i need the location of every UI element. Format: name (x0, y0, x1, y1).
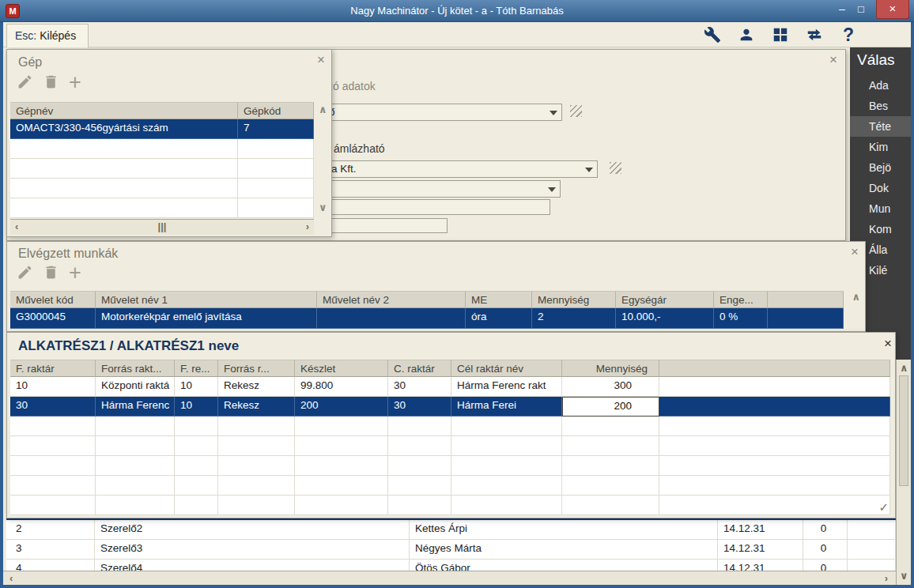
empty-row[interactable] (10, 416, 890, 436)
column-header[interactable]: Mennyiség (532, 291, 616, 308)
empty-cell[interactable] (659, 416, 890, 436)
user-icon[interactable] (736, 24, 757, 45)
gepnev-cell[interactable]: OMACT3/330-456gyártási szám (10, 119, 238, 139)
empty-row[interactable] (10, 456, 890, 476)
close-icon[interactable]: × (851, 245, 859, 258)
transfer-arrows-icon[interactable] (804, 24, 825, 45)
empty-cell[interactable] (388, 436, 451, 456)
f-rekesz-cell[interactable]: 10 (175, 397, 218, 416)
resize-grip-icon[interactable] (570, 105, 582, 117)
f-raktar-cell[interactable]: 10 (10, 377, 96, 397)
muvelet-nev1-cell[interactable]: Motorkerékpár emelő javítása (96, 308, 317, 329)
mennyiseg-cell[interactable]: 300 (562, 377, 659, 397)
alkatresz-row[interactable]: 10 Központi raktá 10 Rekesz 99.800 30 Há… (10, 377, 890, 397)
empty-cell[interactable] (295, 496, 388, 515)
empty-row[interactable] (10, 436, 890, 456)
filler-cell[interactable] (848, 560, 896, 571)
sidebar-item-ada[interactable]: Ada (850, 75, 911, 96)
column-header[interactable]: Művelet név 1 (96, 291, 317, 308)
scroll-up-icon[interactable]: ∧ (319, 104, 327, 115)
muvelet-nev2-cell[interactable] (317, 308, 466, 329)
filler-cell[interactable] (659, 397, 890, 416)
empty-cell[interactable] (96, 416, 175, 436)
horizontal-scrollbar[interactable]: ‹ ||| › (10, 219, 314, 235)
empty-row[interactable] (10, 198, 314, 218)
scroll-down-icon[interactable]: ∨ (319, 202, 327, 213)
empty-row[interactable] (10, 496, 890, 515)
empty-cell[interactable] (10, 159, 238, 179)
egysegar-cell[interactable]: 10.000,- (616, 308, 714, 329)
empty-cell[interactable] (218, 416, 295, 436)
cel-raktar-nev-cell[interactable]: Hárma Ferenc rakt (451, 377, 562, 397)
muvelet-kod-cell[interactable]: G3000045 (10, 308, 96, 329)
datum-cell[interactable]: 14.12.31 (718, 520, 803, 540)
sidebar-item-tete[interactable]: Téte (850, 116, 911, 137)
forras-raktar-nev-cell[interactable]: Hárma Ferenc (96, 397, 175, 416)
empty-cell[interactable] (295, 456, 388, 476)
close-window-button[interactable]: × (876, 0, 909, 19)
empty-cell[interactable] (96, 436, 175, 456)
empty-cell[interactable] (10, 179, 238, 198)
keszlet-cell[interactable]: 200 (295, 397, 388, 416)
empty-cell[interactable] (218, 436, 295, 456)
delete-trash-icon[interactable] (43, 74, 59, 93)
modules-grid-icon[interactable] (770, 24, 791, 45)
column-header-gepnev[interactable]: Gépnév (10, 102, 238, 119)
empty-cell[interactable] (10, 456, 96, 476)
delete-trash-icon[interactable] (43, 264, 59, 284)
table-row[interactable]: 4 Szerelő4 Ötös Gábor 14.12.31 0 (6, 560, 896, 571)
datum-cell[interactable]: 14.12.31 (718, 540, 803, 560)
szerelo-cell[interactable]: Szerelő4 (95, 560, 410, 571)
column-header[interactable]: ME (466, 291, 532, 308)
sidebar-item-mun[interactable]: Mun (850, 198, 911, 219)
filler-cell[interactable] (768, 308, 844, 329)
empty-cell[interactable] (562, 476, 659, 496)
scroll-down-icon[interactable]: ∨ (900, 569, 908, 583)
wrench-icon[interactable] (702, 24, 723, 45)
column-header[interactable]: Mennyiség (562, 360, 659, 377)
filler-cell[interactable] (848, 520, 896, 540)
empty-cell[interactable] (218, 456, 295, 476)
resize-grip-icon[interactable] (610, 162, 621, 174)
sidebar-item-kom[interactable]: Kom (850, 219, 911, 239)
gep-selected-row[interactable]: OMACT3/330-456gyártási szám 7 (10, 119, 314, 139)
szerelo-cell[interactable]: Szerelő2 (95, 520, 410, 540)
mennyiseg-cell[interactable]: 2 (532, 308, 616, 329)
empty-cell[interactable] (10, 139, 238, 159)
cel-raktar-cell[interactable]: 30 (388, 397, 451, 416)
empty-cell[interactable] (659, 456, 890, 476)
add-plus-icon[interactable]: + (69, 265, 81, 281)
table-row[interactable]: 2 Szerelő2 Kettes Árpi 14.12.31 0 (6, 520, 896, 540)
empty-cell[interactable] (96, 456, 175, 476)
empty-cell[interactable] (10, 476, 96, 496)
empty-cell[interactable] (10, 198, 238, 218)
sidebar-item-bejo[interactable]: Bejö (850, 157, 911, 178)
empty-cell[interactable] (451, 476, 562, 496)
help-icon[interactable]: ? (838, 24, 859, 45)
nev-cell[interactable]: Négyes Márta (410, 540, 718, 560)
empty-row[interactable] (10, 139, 314, 159)
empty-cell[interactable] (175, 476, 218, 496)
munkak-selected-row[interactable]: G3000045 Motorkerékpár emelő javítása ór… (10, 308, 844, 329)
empty-cell[interactable] (659, 476, 890, 496)
table-row[interactable]: 3 Szerelő3 Négyes Márta 14.12.31 0 (6, 540, 896, 560)
empty-cell[interactable] (10, 436, 96, 456)
empty-cell[interactable] (238, 139, 314, 159)
bottom-scrollbar[interactable]: ‹ › (3, 571, 896, 585)
column-header[interactable]: Forrás r... (218, 360, 295, 377)
close-icon[interactable]: × (884, 337, 892, 350)
edit-pencil-icon[interactable] (17, 264, 33, 284)
forras-raktar-nev-cell[interactable]: Központi raktá (96, 377, 175, 397)
empty-cell[interactable] (175, 436, 218, 456)
column-header[interactable]: Művelet kód (10, 291, 96, 308)
sidebar-item-kim[interactable]: Kim (850, 137, 911, 157)
empty-cell[interactable] (388, 476, 451, 496)
scrollbar-grip-icon[interactable]: ||| (158, 220, 167, 235)
f-raktar-cell[interactable]: 30 (10, 397, 96, 416)
column-header[interactable]: C. raktár (388, 360, 451, 377)
me-cell[interactable]: óra (466, 308, 532, 329)
column-header-gepkod[interactable]: Gépkód (238, 102, 314, 119)
filler-cell[interactable] (659, 377, 890, 397)
scrollbar-thumb[interactable] (899, 375, 908, 486)
empty-cell[interactable] (388, 416, 451, 436)
